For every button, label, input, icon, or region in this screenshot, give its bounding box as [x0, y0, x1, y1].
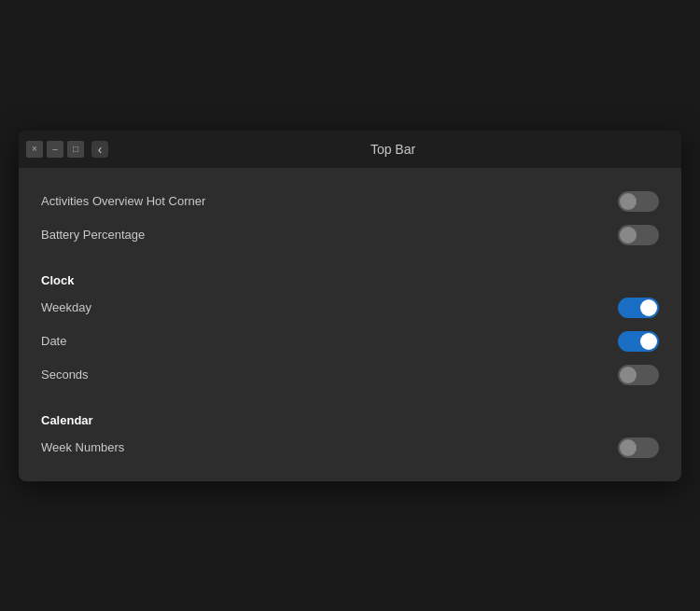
titlebar: × – □ ‹ Top Bar — [19, 131, 681, 168]
activities-overview-label: Activities Overview Hot Corner — [41, 194, 205, 208]
week-numbers-row: Week Numbers — [41, 431, 659, 465]
seconds-toggle[interactable] — [618, 365, 659, 385]
seconds-row: Seconds — [41, 358, 659, 392]
minimize-icon: – — [52, 144, 58, 154]
maximize-icon: □ — [73, 144, 78, 154]
calendar-section-header: Calendar — [41, 400, 659, 431]
weekday-toggle[interactable] — [618, 298, 659, 318]
window-title: Top Bar — [112, 142, 674, 157]
divider-2 — [41, 396, 659, 396]
activities-overview-toggle[interactable] — [618, 191, 659, 212]
date-slider — [618, 331, 659, 352]
seconds-slider — [618, 365, 659, 385]
week-numbers-label: Week Numbers — [41, 440, 124, 454]
settings-content: Activities Overview Hot Corner Battery P… — [19, 168, 681, 481]
date-label: Date — [41, 334, 66, 348]
back-button[interactable]: ‹ — [91, 141, 108, 158]
clock-section-header: Clock — [41, 260, 659, 291]
minimize-button[interactable]: – — [47, 141, 63, 158]
battery-percentage-slider — [618, 225, 659, 245]
weekday-slider — [618, 298, 659, 318]
weekday-label: Weekday — [41, 300, 91, 314]
app-window: × – □ ‹ Top Bar Activities Overview Hot … — [19, 131, 681, 481]
close-button[interactable]: × — [26, 141, 43, 158]
week-numbers-toggle[interactable] — [618, 437, 659, 458]
maximize-button[interactable]: □ — [67, 141, 84, 158]
battery-percentage-label: Battery Percentage — [41, 228, 145, 242]
close-icon: × — [32, 144, 37, 154]
weekday-row: Weekday — [41, 291, 659, 325]
back-icon: ‹ — [98, 142, 103, 157]
battery-percentage-toggle[interactable] — [618, 225, 659, 245]
activities-overview-row: Activities Overview Hot Corner — [41, 185, 659, 218]
battery-percentage-row: Battery Percentage — [41, 218, 659, 252]
divider-1 — [41, 256, 659, 257]
date-toggle[interactable] — [618, 331, 659, 352]
week-numbers-slider — [618, 437, 659, 458]
date-row: Date — [41, 325, 659, 358]
activities-overview-slider — [618, 191, 659, 212]
seconds-label: Seconds — [41, 368, 89, 382]
